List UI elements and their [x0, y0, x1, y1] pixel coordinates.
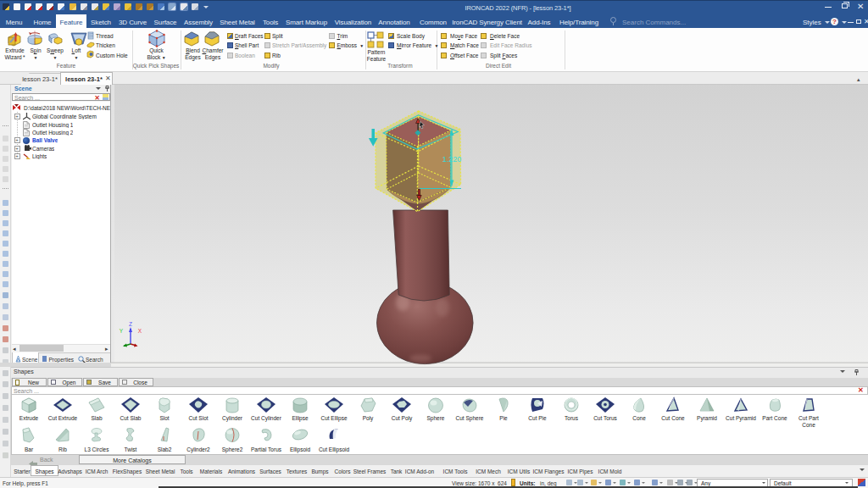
- svg-text:Z: Z: [129, 321, 132, 327]
- svg-text:1.220: 1.220: [442, 155, 462, 164]
- svg-text:X: X: [138, 328, 142, 334]
- svg-text:Y: Y: [120, 328, 124, 334]
